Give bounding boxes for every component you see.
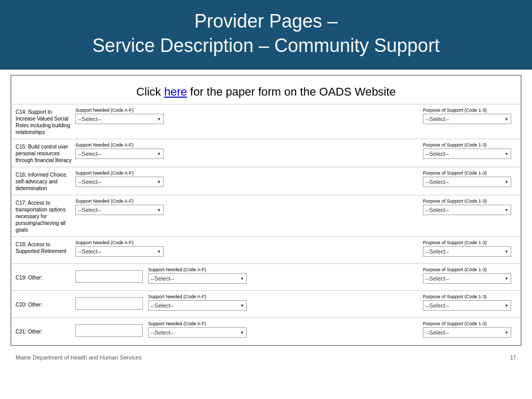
c21-support-select[interactable]: --Select-- [148, 327, 247, 338]
c19-support-select[interactable]: --Select-- [148, 273, 247, 284]
c21-purpose-select[interactable]: --Select-- [423, 327, 511, 338]
support-needed-label-c20: Support Needed (Code A-F) [148, 294, 247, 299]
row-c21-label: C21: Other: [16, 321, 75, 335]
purpose-support-label-c15: Purpose of Support (Code 1-3) [423, 142, 511, 148]
purpose-support-label-c16: Purpose of Support (Code 1-3) [423, 170, 511, 176]
here-link[interactable]: here [164, 85, 187, 98]
row-c18-label: C18: Access to Supported Retirement [16, 240, 75, 255]
c16-purpose-select[interactable]: --Select-- [423, 177, 511, 187]
row-c20-label: C20: Other: [16, 294, 75, 308]
row-c17: C17: Access to transportation options ne… [11, 195, 521, 237]
support-needed-label-c21: Support Needed (Code A-F) [148, 321, 247, 326]
c14-support-select[interactable]: --Select-- [75, 114, 164, 124]
row-c19: C19: Other: Support Needed (Code A-F) --… [11, 264, 521, 291]
purpose-support-label-c18: Prupose of Support (Code 1-3) [423, 240, 511, 245]
purpose-support-label-c21: Purpose of Support (Code 1-3) [423, 321, 511, 326]
purpose-support-label-c17: Purpose of Support (Code 1-3) [423, 198, 511, 204]
c19-purpose-select[interactable]: --Select-- [423, 273, 511, 284]
c21-text-input[interactable] [75, 324, 143, 337]
content-area: Click here for the paper form on the OAD… [10, 75, 522, 346]
header-line1: Provider Pages – [194, 10, 338, 32]
purpose-support-label-c19: Purpose of Support (Code 1-3) [423, 267, 511, 272]
c18-purpose-select[interactable]: --Select-- [423, 246, 511, 257]
footer: Maine Department of Health and Human Ser… [0, 351, 532, 364]
c15-support-select[interactable]: --Select-- [75, 149, 164, 159]
support-needed-label-c19: Support Needed (Code A-F) [148, 267, 247, 272]
c20-support-select[interactable]: --Select-- [148, 300, 247, 311]
row-c20: C20: Other: Support Needed (Code A-F) --… [11, 291, 521, 318]
header-line2: Service Description – Community Support [92, 35, 440, 56]
row-c14: C14: Support to Increase Valued Social R… [11, 104, 521, 139]
row-c14-label: C14: Support to Increase Valued Social R… [16, 108, 75, 136]
purpose-support-label-c20: Purpose of Support (Code 1-3) [423, 294, 511, 299]
c17-purpose-select[interactable]: --Select-- [423, 205, 511, 215]
support-needed-label-c16: Support Needed (Code A-F) [75, 170, 164, 176]
footer-right: 17 [510, 354, 516, 361]
row-c16: C16: Informed Choice, self-advocacy and … [11, 167, 521, 195]
row-c17-label: C17: Access to transportation options ne… [16, 198, 75, 233]
row-c18: C18: Access to Supported Retirement Supp… [11, 237, 521, 264]
row-c19-label: C19: Other: [16, 267, 75, 281]
support-needed-label-c17: Support Needed (Code A-F) [75, 198, 164, 204]
support-needed-label-c15: Support Needed (Code A-F) [75, 142, 164, 148]
row-c15-label: C15: Build control over personal resourc… [16, 142, 75, 164]
click-link-row: Click here for the paper form on the OAD… [11, 81, 521, 104]
row-c16-label: C16: Informed Choice, self-advocacy and … [16, 170, 75, 192]
purpose-support-label: Purpose of Support (Code 1-3) [423, 108, 511, 113]
c20-purpose-select[interactable]: --Select-- [423, 300, 511, 311]
c19-text-input[interactable] [75, 270, 143, 283]
header: Provider Pages – Service Description – C… [0, 0, 532, 70]
click-suffix: for the paper form on the OADS Website [187, 85, 396, 98]
row-c15: C15: Build control over personal resourc… [11, 139, 521, 167]
c14-purpose-select[interactable]: --Select-- [423, 114, 511, 124]
form-section: C14: Support to Increase Valued Social R… [11, 104, 521, 345]
footer-left: Maine Department of Health and Human Ser… [16, 354, 142, 361]
c17-support-select[interactable]: --Select-- [75, 205, 164, 215]
c15-purpose-select[interactable]: --Select-- [423, 149, 511, 159]
c16-support-select[interactable]: --Select-- [75, 177, 164, 187]
support-needed-label: Support Needed (Code A-F) [75, 108, 164, 113]
row-c21: C21: Other: Support Needed (Code A-F) --… [11, 318, 521, 345]
c20-text-input[interactable] [75, 297, 143, 310]
click-prefix: Click [136, 85, 164, 98]
c18-support-select[interactable]: --Select-- [75, 246, 164, 257]
support-needed-label-c18: Support Needed (Code A-F) [75, 240, 164, 245]
